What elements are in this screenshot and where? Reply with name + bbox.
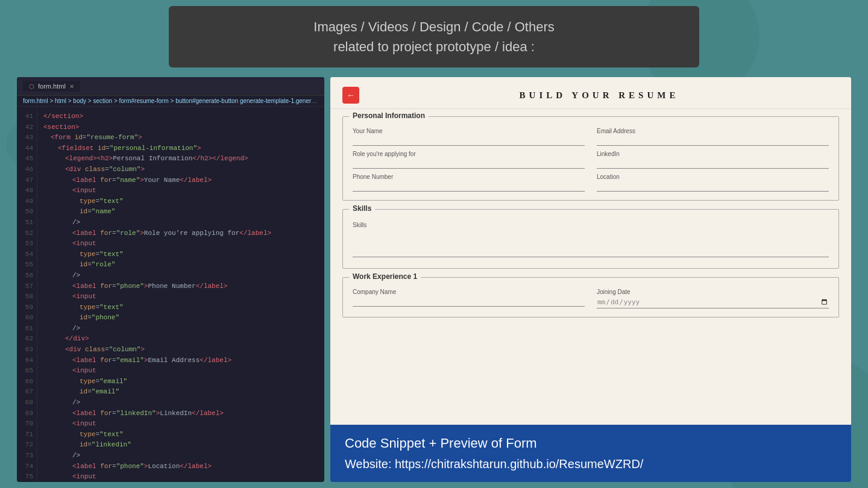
code-tab-form-html[interactable]: ⬡ form.html ✕ bbox=[23, 81, 80, 92]
input-your-name[interactable] bbox=[353, 136, 585, 146]
form-header: ← BUILD YOUR RESUME bbox=[330, 77, 851, 109]
header-line2: related to project prototype / idea : bbox=[193, 37, 675, 57]
caption-line1: Code Snippet + Preview of Form bbox=[345, 436, 837, 451]
ln-55: 55 bbox=[20, 260, 33, 271]
ln-62: 62 bbox=[20, 334, 33, 345]
ln-56: 56 bbox=[20, 271, 33, 281]
personal-info-legend: Personal Information bbox=[349, 111, 429, 120]
ln-63: 63 bbox=[20, 345, 33, 355]
ln-72: 72 bbox=[20, 440, 33, 451]
close-tab-icon[interactable]: ✕ bbox=[69, 83, 74, 90]
input-company-name[interactable] bbox=[353, 296, 585, 307]
ln-41: 41 bbox=[20, 111, 33, 122]
header-banner: Images / Videos / Design / Code / Others… bbox=[169, 6, 699, 67]
code-line-70: <input bbox=[43, 419, 318, 430]
ln-74: 74 bbox=[20, 461, 33, 472]
form-scroll-area[interactable]: Personal Information Your Name Email Add… bbox=[330, 109, 851, 425]
code-line-69: <label for="linkedIn">LinkedIn</label> bbox=[43, 408, 318, 419]
input-location[interactable] bbox=[597, 181, 829, 192]
input-linkedin[interactable] bbox=[597, 158, 829, 169]
work-experience-legend: Work Experience 1 bbox=[349, 272, 421, 281]
code-body: 41 42 43 44 45 46 47 48 49 50 51 52 53 5… bbox=[17, 107, 324, 482]
label-phone: Phone Number bbox=[353, 174, 585, 180]
code-line-49: type="text" bbox=[43, 196, 318, 207]
skills-legend: Skills bbox=[349, 204, 375, 213]
ln-53: 53 bbox=[20, 239, 33, 249]
code-content: </section> <section> <form id="resume-fo… bbox=[37, 107, 324, 482]
ln-59: 59 bbox=[20, 302, 33, 313]
header-line1: Images / Videos / Design / Code / Others bbox=[193, 17, 675, 37]
code-line-62: </div> bbox=[43, 334, 318, 345]
ln-42: 42 bbox=[20, 122, 33, 133]
input-phone[interactable] bbox=[353, 181, 585, 192]
ln-71: 71 bbox=[20, 430, 33, 440]
line-numbers: 41 42 43 44 45 46 47 48 49 50 51 52 53 5… bbox=[17, 107, 37, 482]
caption-box: Code Snippet + Preview of Form Website: … bbox=[330, 425, 851, 482]
breadcrumb-text: form.html > html > body > section > form… bbox=[23, 98, 324, 104]
ln-64: 64 bbox=[20, 355, 33, 366]
code-line-55: id="role" bbox=[43, 260, 318, 271]
label-location: Location bbox=[597, 174, 829, 180]
code-line-64: <label for="email">Email Address</label> bbox=[43, 355, 318, 366]
personal-information-section: Personal Information Your Name Email Add… bbox=[342, 116, 839, 201]
code-line-75: <input bbox=[43, 472, 318, 482]
code-line-47: <label for="name">Your Name</label> bbox=[43, 175, 318, 186]
ln-75: 75 bbox=[20, 472, 33, 482]
code-line-66: type="email" bbox=[43, 377, 318, 387]
code-line-63: <div class="column"> bbox=[43, 345, 318, 355]
label-linkedin: LinkedIn bbox=[597, 151, 829, 157]
label-email: Email Address bbox=[597, 128, 829, 134]
skills-section: Skills Skills bbox=[342, 209, 839, 269]
label-joining-date: Joining Date bbox=[597, 289, 829, 295]
ln-51: 51 bbox=[20, 217, 33, 228]
file-icon: ⬡ bbox=[29, 83, 34, 90]
label-skills: Skills bbox=[353, 222, 829, 228]
ln-60: 60 bbox=[20, 313, 33, 324]
back-button[interactable]: ← bbox=[342, 87, 359, 104]
code-line-57: <label for="phone">Phone Number</label> bbox=[43, 281, 318, 292]
caption-line2: Website: https://chitrakshtarun.github.i… bbox=[345, 457, 837, 471]
form-preview: ← BUILD YOUR RESUME Personal Information… bbox=[330, 77, 851, 425]
code-line-58: <input bbox=[43, 292, 318, 302]
code-line-73: /> bbox=[43, 451, 318, 461]
code-line-56: /> bbox=[43, 271, 318, 281]
input-email[interactable] bbox=[597, 136, 829, 146]
input-joining-date[interactable] bbox=[597, 296, 829, 308]
code-line-50: id="name" bbox=[43, 207, 318, 217]
label-role: Role you're applying for bbox=[353, 151, 585, 157]
code-line-43: <form id="resume-form"> bbox=[43, 133, 318, 143]
ln-52: 52 bbox=[20, 228, 33, 239]
ln-73: 73 bbox=[20, 451, 33, 461]
code-tab-bar: ⬡ form.html ✕ bbox=[17, 77, 324, 96]
field-phone: Phone Number bbox=[353, 174, 585, 192]
ln-57: 57 bbox=[20, 281, 33, 292]
input-skills[interactable] bbox=[353, 233, 829, 257]
code-line-54: type="text" bbox=[43, 249, 318, 260]
code-line-65: <input bbox=[43, 366, 318, 377]
field-your-name: Your Name bbox=[353, 128, 585, 146]
work-experience-section: Work Experience 1 Company Name Joining D… bbox=[342, 277, 839, 318]
field-role: Role you're applying for bbox=[353, 151, 585, 169]
code-line-74: <label for="phone">Location</label> bbox=[43, 461, 318, 472]
ln-46: 46 bbox=[20, 164, 33, 175]
breadcrumb-bar: form.html > html > body > section > form… bbox=[17, 96, 324, 107]
ln-58: 58 bbox=[20, 292, 33, 302]
code-line-61: /> bbox=[43, 324, 318, 334]
work-experience-grid: Company Name Joining Date bbox=[353, 289, 829, 308]
code-line-68: /> bbox=[43, 398, 318, 408]
field-joining-date: Joining Date bbox=[597, 289, 829, 308]
personal-info-grid: Your Name Email Address Role you're appl… bbox=[353, 128, 829, 192]
code-line-48: <input bbox=[43, 186, 318, 196]
input-role[interactable] bbox=[353, 158, 585, 169]
ln-69: 69 bbox=[20, 408, 33, 419]
code-line-41: </section> bbox=[43, 111, 318, 122]
code-editor-panel: ⬡ form.html ✕ form.html > html > body > … bbox=[17, 77, 324, 482]
ln-44: 44 bbox=[20, 143, 33, 154]
code-line-60: id="phone" bbox=[43, 313, 318, 324]
code-line-45: <legend><h2>Personal Information</h2></l… bbox=[43, 154, 318, 164]
code-line-44: <fieldset id="personal-information"> bbox=[43, 143, 318, 154]
code-line-52: <label for="role">Role you're applying f… bbox=[43, 228, 318, 239]
ln-66: 66 bbox=[20, 377, 33, 387]
code-line-67: id="email" bbox=[43, 387, 318, 398]
code-line-72: id="linkedin" bbox=[43, 440, 318, 451]
